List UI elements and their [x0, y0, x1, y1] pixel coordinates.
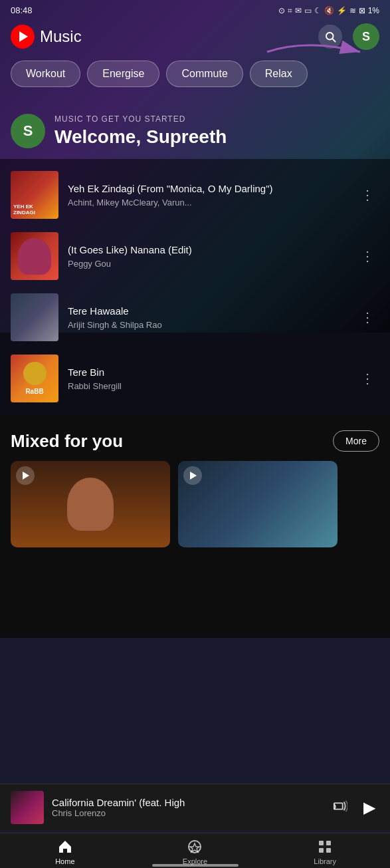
song-artist: Peggy Gou [68, 259, 346, 269]
nav-home[interactable]: Home [39, 839, 92, 865]
status-dot-icon: ⊙ [278, 6, 285, 15]
search-icon [324, 31, 336, 43]
welcome-text: MUSIC TO GET YOU STARTED Welcome, Supree… [54, 114, 227, 148]
status-screen-icon: ▭ [304, 6, 312, 15]
more-button[interactable]: More [333, 430, 379, 452]
home-indicator [152, 864, 239, 867]
np-info: California Dreamin' (feat. High Chris Lo… [52, 797, 321, 818]
song-title: Tere Bin [68, 366, 346, 379]
app-name: Music [40, 27, 82, 46]
svg-rect-8 [319, 848, 324, 853]
song-title: (It Goes Like) Nanana (Edit) [68, 243, 346, 257]
category-row: Workout Energise Commute Relax [0, 58, 390, 98]
song-artist: Achint, Mikey McCleary, Varun... [68, 198, 346, 208]
category-commute[interactable]: Commute [166, 61, 243, 87]
logo-area: Music [11, 25, 82, 49]
thumb-text: YEH EKZINDAGI [13, 204, 35, 216]
song-item[interactable]: (It Goes Like) Nanana (Edit) Peggy Gou ⋮ [0, 225, 390, 287]
section-title: Mixed for you [11, 431, 123, 452]
song-more-button[interactable]: ⋮ [355, 182, 379, 208]
song-info: Tere Hawaale Arijit Singh & Shilpa Rao [68, 305, 346, 331]
welcome-title: Welcome, Supreeth [54, 126, 227, 148]
nav-home-label: Home [55, 857, 74, 865]
playlist-card[interactable] [178, 461, 338, 547]
np-artist: Chris Lorenzo [52, 808, 321, 818]
playlist-row [0, 461, 390, 558]
status-antenna-icon: ⌗ [288, 6, 292, 15]
welcome-avatar: S [11, 114, 45, 148]
play-icon [183, 466, 202, 485]
np-thumbnail [11, 791, 44, 824]
home-icon [57, 839, 73, 855]
song-title: Tere Hawaale [68, 305, 346, 318]
cast-icon [333, 799, 347, 813]
bottom-navigation: Home Explore Library [0, 833, 390, 868]
status-time: 08:48 [11, 5, 33, 15]
song-title: Yeh Ek Zindagi (From "Monica, O My Darli… [68, 182, 346, 196]
status-bar: 08:48 ⊙ ⌗ ✉ ▭ ☾ 🔇 ⚡ ≋ ⊠ 1% [0, 0, 390, 18]
status-wifi-icon: ≋ [349, 6, 356, 15]
card-face [11, 461, 170, 547]
song-list: YEH EKZINDAGI Yeh Ek Zindagi (From "Moni… [0, 159, 390, 414]
svg-rect-7 [326, 841, 331, 845]
song-artist: Arijit Singh & Shilpa Rao [68, 320, 346, 330]
svg-marker-5 [190, 843, 199, 852]
nav-library[interactable]: Library [298, 839, 351, 865]
nav-library-label: Library [314, 857, 336, 865]
song-artist: Rabbi Shergill [68, 381, 346, 391]
song-info: (It Goes Like) Nanana (Edit) Peggy Gou [68, 243, 346, 269]
song-item[interactable]: RaBB Tere Bin Rabbi Shergill ⋮ [0, 348, 390, 409]
playlist-card[interactable] [11, 461, 170, 547]
youtube-music-logo [11, 25, 35, 49]
status-mail-icon: ✉ [295, 6, 302, 15]
song-item[interactable]: YEH EKZINDAGI Yeh Ek Zindagi (From "Moni… [0, 164, 390, 225]
status-mute-icon: 🔇 [324, 6, 334, 15]
status-bluetooth-icon: ⚡ [337, 6, 347, 15]
svg-rect-6 [319, 841, 324, 845]
search-button[interactable] [318, 25, 342, 49]
welcome-subtitle: MUSIC TO GET YOU STARTED [54, 114, 227, 124]
nav-explore[interactable]: Explore [168, 839, 221, 865]
svg-line-1 [332, 39, 335, 41]
welcome-section: S MUSIC TO GET YOU STARTED Welcome, Supr… [0, 98, 390, 159]
now-playing-bar[interactable]: California Dreamin' (feat. High Chris Lo… [0, 784, 390, 831]
svg-rect-9 [326, 848, 331, 853]
app-header: Music S [0, 18, 390, 58]
song-more-button[interactable]: ⋮ [355, 304, 379, 331]
category-energise[interactable]: Energise [87, 61, 159, 87]
song-more-button[interactable]: ⋮ [355, 243, 379, 269]
mixed-for-you-header: Mixed for you More [0, 414, 390, 461]
np-title: California Dreamin' (feat. High [52, 797, 321, 808]
song-more-button[interactable]: ⋮ [355, 365, 379, 392]
category-workout[interactable]: Workout [11, 61, 80, 87]
library-icon [317, 839, 333, 855]
explore-icon [187, 839, 203, 855]
play-pause-button[interactable]: ▶ [359, 794, 379, 821]
status-battery: 1% [368, 6, 379, 15]
category-relax[interactable]: Relax [250, 61, 308, 87]
song-item[interactable]: Tere Hawaale Arijit Singh & Shilpa Rao ⋮ [0, 287, 390, 348]
song-thumbnail: RaBB [11, 355, 58, 402]
cast-button[interactable] [329, 795, 351, 821]
header-actions: S [318, 23, 379, 50]
user-avatar[interactable]: S [353, 23, 379, 50]
status-battery-x-icon: ⊠ [359, 6, 365, 15]
song-info: Yeh Ek Zindagi (From "Monica, O My Darli… [68, 182, 346, 208]
song-thumbnail [11, 293, 58, 341]
status-moon-icon: ☾ [314, 6, 322, 15]
play-icon [16, 466, 35, 485]
song-thumbnail [11, 232, 58, 280]
song-info: Tere Bin Rabbi Shergill [68, 366, 346, 392]
status-icons: ⊙ ⌗ ✉ ▭ ☾ 🔇 ⚡ ≋ ⊠ 1% [278, 6, 379, 15]
song-thumbnail: YEH EKZINDAGI [11, 171, 58, 219]
